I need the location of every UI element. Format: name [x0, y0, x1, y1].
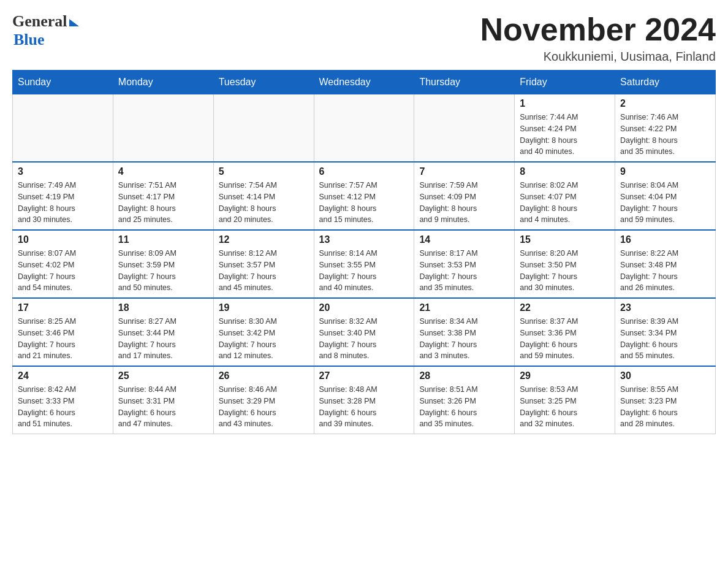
calendar-day-cell: 27Sunrise: 8:48 AM Sunset: 3:28 PM Dayli…: [314, 366, 414, 434]
day-number: 26: [219, 370, 309, 381]
day-info: Sunrise: 8:12 AM Sunset: 3:57 PM Dayligh…: [219, 248, 309, 294]
day-info: Sunrise: 7:49 AM Sunset: 4:19 PM Dayligh…: [18, 180, 108, 226]
day-info: Sunrise: 8:53 AM Sunset: 3:25 PM Dayligh…: [520, 384, 610, 430]
weekday-header: Sunday: [13, 71, 113, 94]
day-info: Sunrise: 8:20 AM Sunset: 3:50 PM Dayligh…: [520, 248, 610, 294]
calendar-day-cell: 18Sunrise: 8:27 AM Sunset: 3:44 PM Dayli…: [113, 298, 213, 366]
calendar-day-cell: 7Sunrise: 7:59 AM Sunset: 4:09 PM Daylig…: [414, 162, 515, 230]
calendar-day-cell: 29Sunrise: 8:53 AM Sunset: 3:25 PM Dayli…: [515, 366, 615, 434]
calendar-day-cell: 15Sunrise: 8:20 AM Sunset: 3:50 PM Dayli…: [515, 230, 615, 298]
calendar-day-cell: 24Sunrise: 8:42 AM Sunset: 3:33 PM Dayli…: [13, 366, 113, 434]
calendar-day-cell: 21Sunrise: 8:34 AM Sunset: 3:38 PM Dayli…: [414, 298, 515, 366]
calendar-day-cell: 3Sunrise: 7:49 AM Sunset: 4:19 PM Daylig…: [13, 162, 113, 230]
month-title: November 2024: [480, 12, 716, 47]
calendar-day-cell: 23Sunrise: 8:39 AM Sunset: 3:34 PM Dayli…: [615, 298, 716, 366]
weekday-header: Tuesday: [213, 71, 314, 94]
weekday-header: Wednesday: [314, 71, 414, 94]
day-info: Sunrise: 8:48 AM Sunset: 3:28 PM Dayligh…: [319, 384, 409, 430]
day-info: Sunrise: 7:59 AM Sunset: 4:09 PM Dayligh…: [419, 180, 509, 226]
day-info: Sunrise: 8:09 AM Sunset: 3:59 PM Dayligh…: [118, 248, 208, 294]
calendar-day-cell: [213, 94, 314, 163]
day-info: Sunrise: 8:14 AM Sunset: 3:55 PM Dayligh…: [319, 248, 409, 294]
weekday-header: Saturday: [615, 71, 716, 94]
calendar-day-cell: [113, 94, 213, 163]
day-info: Sunrise: 8:07 AM Sunset: 4:02 PM Dayligh…: [18, 248, 108, 294]
day-info: Sunrise: 7:57 AM Sunset: 4:12 PM Dayligh…: [319, 180, 409, 226]
calendar-day-cell: 11Sunrise: 8:09 AM Sunset: 3:59 PM Dayli…: [113, 230, 213, 298]
calendar-day-cell: 1Sunrise: 7:44 AM Sunset: 4:24 PM Daylig…: [515, 94, 615, 163]
location-text: Koukkuniemi, Uusimaa, Finland: [480, 50, 716, 64]
day-info: Sunrise: 8:22 AM Sunset: 3:48 PM Dayligh…: [620, 248, 710, 294]
calendar-day-cell: 28Sunrise: 8:51 AM Sunset: 3:26 PM Dayli…: [414, 366, 515, 434]
calendar-day-cell: 16Sunrise: 8:22 AM Sunset: 3:48 PM Dayli…: [615, 230, 716, 298]
day-number: 30: [620, 370, 710, 381]
calendar-day-cell: 12Sunrise: 8:12 AM Sunset: 3:57 PM Dayli…: [213, 230, 314, 298]
day-info: Sunrise: 8:34 AM Sunset: 3:38 PM Dayligh…: [419, 316, 509, 362]
page-header: General Blue November 2024 Koukkuniemi, …: [12, 12, 716, 64]
logo-blue-text: Blue: [13, 31, 45, 48]
day-number: 21: [419, 302, 509, 313]
calendar-day-cell: 19Sunrise: 8:30 AM Sunset: 3:42 PM Dayli…: [213, 298, 314, 366]
calendar-day-cell: [13, 94, 113, 163]
calendar-day-cell: 30Sunrise: 8:55 AM Sunset: 3:23 PM Dayli…: [615, 366, 716, 434]
day-info: Sunrise: 8:25 AM Sunset: 3:46 PM Dayligh…: [18, 316, 108, 362]
day-number: 24: [18, 370, 108, 381]
day-info: Sunrise: 8:37 AM Sunset: 3:36 PM Dayligh…: [520, 316, 610, 362]
calendar-day-cell: [414, 94, 515, 163]
calendar-header-row: SundayMondayTuesdayWednesdayThursdayFrid…: [13, 71, 716, 94]
day-number: 25: [118, 370, 208, 381]
day-number: 2: [620, 98, 710, 109]
calendar-day-cell: 5Sunrise: 7:54 AM Sunset: 4:14 PM Daylig…: [213, 162, 314, 230]
title-area: November 2024 Koukkuniemi, Uusimaa, Finl…: [480, 12, 716, 64]
day-number: 3: [18, 166, 108, 177]
day-number: 23: [620, 302, 710, 313]
day-number: 14: [419, 234, 509, 245]
day-number: 6: [319, 166, 409, 177]
day-info: Sunrise: 8:39 AM Sunset: 3:34 PM Dayligh…: [620, 316, 710, 362]
day-info: Sunrise: 7:51 AM Sunset: 4:17 PM Dayligh…: [118, 180, 208, 226]
day-info: Sunrise: 8:30 AM Sunset: 3:42 PM Dayligh…: [219, 316, 309, 362]
day-number: 27: [319, 370, 409, 381]
calendar-day-cell: 10Sunrise: 8:07 AM Sunset: 4:02 PM Dayli…: [13, 230, 113, 298]
day-number: 13: [319, 234, 409, 245]
day-number: 4: [118, 166, 208, 177]
calendar-week-row: 3Sunrise: 7:49 AM Sunset: 4:19 PM Daylig…: [13, 162, 716, 230]
calendar-week-row: 17Sunrise: 8:25 AM Sunset: 3:46 PM Dayli…: [13, 298, 716, 366]
day-number: 19: [219, 302, 309, 313]
day-number: 9: [620, 166, 710, 177]
weekday-header: Monday: [113, 71, 213, 94]
logo-general-text: General: [12, 12, 67, 31]
day-number: 8: [520, 166, 610, 177]
day-number: 22: [520, 302, 610, 313]
calendar-day-cell: 6Sunrise: 7:57 AM Sunset: 4:12 PM Daylig…: [314, 162, 414, 230]
calendar-day-cell: 22Sunrise: 8:37 AM Sunset: 3:36 PM Dayli…: [515, 298, 615, 366]
day-info: Sunrise: 8:42 AM Sunset: 3:33 PM Dayligh…: [18, 384, 108, 430]
calendar-day-cell: 2Sunrise: 7:46 AM Sunset: 4:22 PM Daylig…: [615, 94, 716, 163]
day-number: 11: [118, 234, 208, 245]
calendar-day-cell: [314, 94, 414, 163]
calendar-day-cell: 8Sunrise: 8:02 AM Sunset: 4:07 PM Daylig…: [515, 162, 615, 230]
calendar-week-row: 24Sunrise: 8:42 AM Sunset: 3:33 PM Dayli…: [13, 366, 716, 434]
calendar-day-cell: 9Sunrise: 8:04 AM Sunset: 4:04 PM Daylig…: [615, 162, 716, 230]
weekday-header: Friday: [515, 71, 615, 94]
day-number: 16: [620, 234, 710, 245]
day-info: Sunrise: 7:54 AM Sunset: 4:14 PM Dayligh…: [219, 180, 309, 226]
day-info: Sunrise: 8:04 AM Sunset: 4:04 PM Dayligh…: [620, 180, 710, 226]
day-info: Sunrise: 8:46 AM Sunset: 3:29 PM Dayligh…: [219, 384, 309, 430]
calendar-day-cell: 25Sunrise: 8:44 AM Sunset: 3:31 PM Dayli…: [113, 366, 213, 434]
day-info: Sunrise: 8:32 AM Sunset: 3:40 PM Dayligh…: [319, 316, 409, 362]
calendar-day-cell: 4Sunrise: 7:51 AM Sunset: 4:17 PM Daylig…: [113, 162, 213, 230]
day-info: Sunrise: 7:46 AM Sunset: 4:22 PM Dayligh…: [620, 112, 710, 158]
calendar-day-cell: 26Sunrise: 8:46 AM Sunset: 3:29 PM Dayli…: [213, 366, 314, 434]
calendar-day-cell: 20Sunrise: 8:32 AM Sunset: 3:40 PM Dayli…: [314, 298, 414, 366]
day-number: 15: [520, 234, 610, 245]
day-number: 5: [219, 166, 309, 177]
day-number: 29: [520, 370, 610, 381]
calendar-week-row: 1Sunrise: 7:44 AM Sunset: 4:24 PM Daylig…: [13, 94, 716, 163]
day-info: Sunrise: 8:02 AM Sunset: 4:07 PM Dayligh…: [520, 180, 610, 226]
calendar-day-cell: 13Sunrise: 8:14 AM Sunset: 3:55 PM Dayli…: [314, 230, 414, 298]
day-info: Sunrise: 8:44 AM Sunset: 3:31 PM Dayligh…: [118, 384, 208, 430]
day-number: 17: [18, 302, 108, 313]
day-number: 12: [219, 234, 309, 245]
day-number: 28: [419, 370, 509, 381]
